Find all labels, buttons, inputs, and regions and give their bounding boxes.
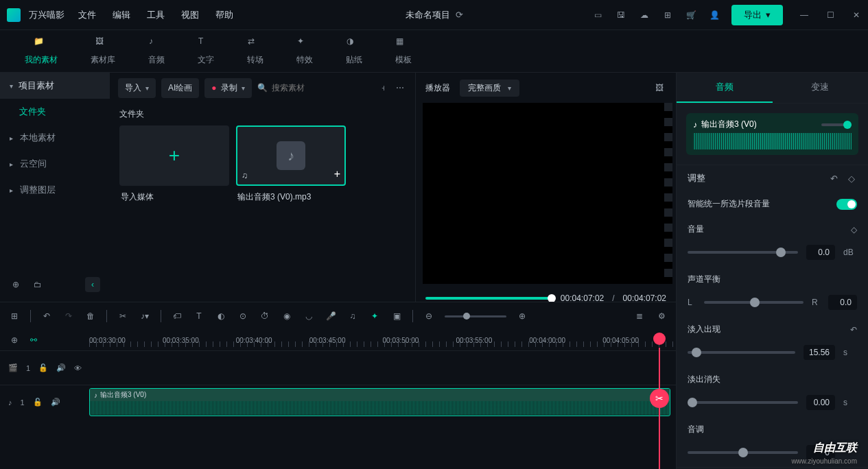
import-media-card[interactable]: + 导入媒体 — [119, 125, 229, 208]
zoom-out-icon[interactable]: ⊖ — [423, 310, 435, 322]
filter-icon[interactable]: ⫞ — [378, 80, 388, 95]
cloud-icon[interactable]: ☁ — [638, 9, 650, 21]
device-icon[interactable]: ▭ — [591, 9, 604, 21]
delete-icon[interactable]: 🗑 — [84, 310, 97, 322]
close-button[interactable]: ✕ — [852, 10, 861, 20]
smart-volume-toggle[interactable] — [836, 199, 857, 210]
audio-detach-icon[interactable]: ♪▾ — [139, 310, 151, 322]
tag-icon[interactable]: 🏷 — [171, 310, 183, 322]
mask-icon[interactable]: ◡ — [303, 310, 315, 322]
sidebar-item-local[interactable]: ▸本地素材 — [0, 125, 110, 151]
sidebar-item-cloud[interactable]: ▸云空间 — [0, 151, 110, 177]
sidebar-folder[interactable]: 文件夹 — [0, 99, 110, 125]
fade-in-slider[interactable] — [688, 351, 795, 354]
playhead[interactable]: ✂ — [659, 348, 660, 469]
menu-help[interactable]: 帮助 — [215, 9, 233, 21]
more-icon[interactable]: ⋯ — [393, 80, 407, 95]
undo-icon[interactable]: ↶ — [40, 310, 53, 322]
snapshot-icon[interactable]: 🖾 — [653, 80, 666, 95]
reset-icon[interactable]: ↶ — [850, 325, 857, 335]
sync-icon[interactable]: ⟳ — [456, 10, 463, 20]
tab-transition[interactable]: ⇄转场 — [231, 36, 280, 66]
cut-icon[interactable]: ✂ — [117, 310, 129, 322]
tab-template[interactable]: ▦模板 — [379, 36, 428, 66]
tab-audio[interactable]: ♪音频 — [132, 36, 181, 66]
collapse-button[interactable]: ‹ — [85, 277, 100, 292]
sidebar-header[interactable]: ▾项目素材 — [0, 73, 110, 99]
rp-tab-audio[interactable]: 音频 — [677, 73, 773, 103]
layout-icon[interactable]: ⊞ — [8, 310, 21, 322]
keyframe-icon[interactable]: ◇ — [851, 225, 857, 234]
redo-icon[interactable]: ↷ — [62, 310, 75, 322]
tab-stock[interactable]: 🖼素材库 — [74, 36, 132, 66]
fade-out-value[interactable]: 0.00 — [806, 395, 835, 410]
menu-tools[interactable]: 工具 — [147, 9, 165, 21]
crop-icon[interactable]: ◐ — [215, 310, 227, 322]
tab-stickers[interactable]: ◑贴纸 — [329, 36, 379, 66]
mic-icon[interactable]: 🎤 — [325, 310, 337, 322]
settings-icon[interactable]: ⚙ — [655, 310, 668, 322]
speed-icon[interactable]: ⊙ — [237, 310, 249, 322]
mini-volume-slider[interactable] — [821, 123, 852, 126]
mute-icon[interactable]: 🔊 — [51, 398, 60, 407]
timeline-ruler[interactable]: 00:03:30:00 00:03:35:00 00:03:40:00 00:0… — [89, 337, 676, 344]
link-icon[interactable]: ⚯ — [27, 334, 40, 346]
tab-text[interactable]: T文字 — [181, 36, 231, 66]
lock-icon[interactable]: 🔓 — [38, 363, 48, 372]
menu-file[interactable]: 文件 — [78, 9, 96, 21]
folder-icon[interactable]: 🗀 — [32, 278, 44, 291]
new-folder-icon[interactable]: ⊕ — [10, 278, 22, 291]
list-view-icon[interactable]: ≣ — [633, 310, 646, 322]
add-track-icon[interactable]: ⊕ — [8, 334, 21, 346]
balance-value[interactable]: 0.0 — [828, 295, 857, 310]
tab-effects[interactable]: ✦特效 — [280, 36, 329, 66]
quality-select[interactable]: 完整画质▾ — [460, 80, 519, 97]
user-icon[interactable]: 👤 — [708, 9, 720, 21]
record-button[interactable]: ●录制▾ — [204, 78, 251, 98]
volume-slider[interactable] — [688, 251, 798, 254]
subtitle-icon[interactable]: ♫ — [347, 310, 359, 322]
audio-track[interactable]: ♪输出音频3 (V0) — [89, 385, 676, 419]
mute-icon[interactable]: 🔊 — [56, 363, 66, 372]
color-icon[interactable]: ◉ — [281, 310, 293, 322]
preview-canvas[interactable] — [423, 103, 669, 284]
menu-view[interactable]: 视图 — [181, 9, 199, 21]
playhead-knob[interactable] — [653, 333, 666, 345]
video-track[interactable] — [89, 351, 676, 385]
sidebar-item-adjust[interactable]: ▸调整图层 — [0, 177, 110, 203]
fade-in-value[interactable]: 15.56 — [804, 345, 835, 360]
keyframe-icon[interactable]: ▣ — [390, 310, 403, 322]
text-icon[interactable]: T — [193, 310, 205, 322]
visibility-icon[interactable]: 👁 — [74, 364, 82, 372]
maximize-button[interactable]: ☐ — [825, 10, 835, 20]
undo-icon[interactable]: ↶ — [828, 173, 839, 184]
menu-edit[interactable]: 编辑 — [113, 9, 130, 21]
minimize-button[interactable]: — — [799, 10, 809, 20]
ai-draw-button[interactable]: AI绘画 — [161, 78, 199, 98]
tab-my-media[interactable]: 📁我的素材 — [8, 36, 74, 66]
balance-slider[interactable] — [704, 301, 804, 304]
media-card-audio[interactable]: ♪ ♫ + 输出音频3 (V0).mp3 — [236, 125, 346, 208]
apps-icon[interactable]: ⊞ — [661, 9, 674, 21]
tab-label: 文字 — [198, 54, 214, 66]
cart-icon[interactable]: 🛒 — [685, 9, 697, 21]
folder-section-label: 文件夹 — [110, 103, 415, 125]
volume-value[interactable]: 0.0 — [806, 245, 835, 260]
import-button[interactable]: 导入▾ — [118, 78, 156, 98]
fade-out-slider[interactable] — [688, 401, 798, 404]
export-button[interactable]: 导出 ▾ — [731, 5, 783, 25]
marker-icon[interactable]: ✦ — [368, 310, 381, 322]
audio-clip[interactable]: ♪输出音频3 (V0) — [89, 388, 670, 416]
pitch-slider[interactable] — [688, 451, 798, 454]
rp-tab-speed[interactable]: 变速 — [773, 73, 869, 103]
split-icon[interactable]: ✂ — [650, 389, 669, 408]
keyframe-icon[interactable]: ◇ — [846, 173, 857, 184]
add-to-timeline-icon[interactable]: + — [334, 168, 340, 180]
zoom-in-icon[interactable]: ⊕ — [516, 310, 528, 322]
zoom-slider[interactable] — [445, 315, 506, 317]
lock-icon[interactable]: 🔓 — [33, 398, 43, 407]
save-icon[interactable]: 🖫 — [615, 9, 627, 21]
search-input[interactable] — [272, 83, 327, 93]
progress-slider[interactable] — [425, 297, 552, 300]
timer-icon[interactable]: ⏱ — [259, 310, 271, 322]
